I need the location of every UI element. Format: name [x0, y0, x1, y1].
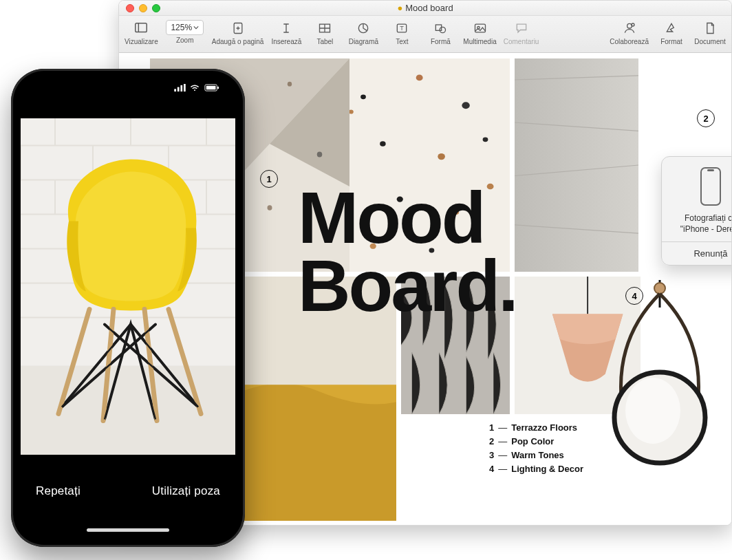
- chart-button[interactable]: Diagramă: [347, 20, 379, 45]
- popover-line1: Fotografiați cu: [669, 213, 731, 224]
- text-button[interactable]: T Text: [386, 20, 418, 45]
- svg-point-49: [268, 205, 272, 210]
- popover-line2: "iPhone - Derek": [669, 224, 731, 235]
- view-label: Vizualizare: [125, 38, 158, 45]
- svg-rect-68: [206, 86, 216, 90]
- camera-bottom-bar: Repetați Utilizați poza: [21, 455, 235, 537]
- headline-line2: Board.: [298, 252, 517, 320]
- svg-rect-63: [174, 89, 176, 91]
- document-button[interactable]: Document: [694, 20, 726, 45]
- chart-icon: [356, 20, 370, 36]
- insert-button[interactable]: Inserează: [270, 20, 302, 45]
- add-page-label: Adaugă o pagină: [212, 38, 264, 45]
- wifi-icon: [189, 84, 200, 91]
- table-button[interactable]: Tabel: [309, 20, 341, 45]
- marker-2-num: 2: [703, 114, 708, 124]
- continuity-camera-popover: Fotografiați cu "iPhone - Derek" Renunță: [661, 156, 731, 266]
- insert-icon: [280, 20, 292, 36]
- svg-point-12: [440, 27, 446, 32]
- svg-point-50: [317, 151, 323, 157]
- marker-2[interactable]: 2: [697, 109, 715, 127]
- svg-point-30: [380, 141, 386, 146]
- svg-point-31: [438, 153, 445, 160]
- iphone-device: Repetați Utilizați poza: [11, 69, 245, 547]
- toolbar: Vizualizare 125% Zoom Adaugă o pagină In…: [119, 16, 731, 53]
- chevron-down-icon: [193, 25, 199, 30]
- legend-label: Terrazzo Floors: [511, 422, 577, 433]
- battery-icon: [204, 84, 220, 91]
- collaborate-label: Colaborează: [610, 38, 649, 45]
- svg-point-58: [654, 283, 665, 294]
- add-page-button[interactable]: Adaugă o pagină: [212, 20, 264, 45]
- collaborate-button[interactable]: Colaborează: [610, 20, 649, 45]
- format-button[interactable]: Format: [656, 20, 687, 45]
- document-icon: [703, 20, 717, 36]
- comment-label: Comentariu: [504, 38, 539, 45]
- popover-cancel-button[interactable]: Renunță: [662, 241, 731, 265]
- svg-point-16: [632, 23, 634, 26]
- zoom-control[interactable]: 125% Zoom: [165, 20, 205, 44]
- svg-point-26: [360, 94, 366, 99]
- svg-rect-0: [136, 23, 147, 32]
- legend-label: Lighting & Decor: [511, 464, 583, 474]
- format-icon: [665, 20, 678, 36]
- text-label: Text: [396, 38, 408, 45]
- marker-4-num: 4: [632, 291, 636, 301]
- status-bar: [174, 84, 220, 91]
- comment-button[interactable]: Comentariu: [504, 20, 539, 45]
- home-indicator[interactable]: [87, 528, 169, 532]
- svg-point-32: [483, 137, 488, 142]
- chart-label: Diagramă: [349, 38, 378, 45]
- legend: 1—Terrazzo Floors 2—Pop Color 3—Warm Ton…: [489, 421, 583, 477]
- image-mirror[interactable]: [612, 280, 708, 514]
- marker-4[interactable]: 4: [625, 287, 643, 305]
- zoom-label: Zoom: [176, 36, 194, 44]
- headline[interactable]: Mood Board.: [298, 184, 517, 319]
- window-title-text: Mood board: [405, 3, 453, 13]
- legend-num: 3: [489, 450, 494, 460]
- insert-label: Inserează: [271, 38, 301, 45]
- media-button[interactable]: Multimedia: [463, 20, 496, 45]
- marker-1-num: 1: [266, 174, 271, 184]
- marker-1[interactable]: 1: [260, 170, 278, 188]
- legend-num: 2: [489, 436, 494, 446]
- format-label: Format: [660, 38, 682, 45]
- cellular-icon: [174, 84, 186, 91]
- iphone-notch: [73, 78, 183, 96]
- retake-button[interactable]: Repetați: [36, 484, 80, 498]
- shape-button[interactable]: Formă: [424, 20, 456, 45]
- legend-num: 1: [489, 422, 494, 433]
- svg-point-28: [462, 102, 469, 109]
- shape-icon: [433, 20, 447, 36]
- legend-row: 1—Terrazzo Floors: [489, 421, 583, 435]
- phone-icon: [669, 166, 731, 208]
- legend-row: 2—Pop Color: [489, 435, 583, 449]
- popover-message: Fotografiați cu "iPhone - Derek": [669, 213, 731, 235]
- camera-viewfinder: [21, 118, 235, 455]
- media-label: Multimedia: [463, 38, 496, 45]
- use-photo-button[interactable]: Utilizați poza: [152, 484, 220, 498]
- legend-label: Warm Tones: [511, 450, 564, 460]
- zoom-value-box[interactable]: 125%: [166, 20, 204, 35]
- svg-rect-61: [701, 168, 720, 205]
- view-button[interactable]: Vizualizare: [125, 20, 158, 45]
- table-label: Tabel: [316, 38, 333, 45]
- svg-point-60: [625, 378, 680, 444]
- svg-point-27: [416, 75, 423, 81]
- svg-rect-66: [184, 84, 186, 91]
- svg-rect-18: [515, 58, 638, 272]
- collaborate-icon: [623, 20, 636, 36]
- image-concrete[interactable]: [515, 58, 638, 272]
- document-modified-dot: ●: [397, 3, 402, 13]
- svg-point-47: [288, 82, 292, 87]
- document-label: Document: [694, 38, 726, 45]
- svg-rect-62: [707, 169, 714, 171]
- window-title: ●Mood board: [119, 3, 731, 13]
- svg-text:T: T: [400, 25, 405, 32]
- svg-rect-69: [217, 87, 219, 89]
- legend-row: 4—Lighting & Decor: [489, 462, 583, 476]
- add-page-icon: [231, 20, 245, 36]
- legend-label: Pop Color: [511, 436, 554, 446]
- iphone-screen: Repetați Utilizați poza: [21, 78, 235, 537]
- media-icon: [473, 20, 487, 36]
